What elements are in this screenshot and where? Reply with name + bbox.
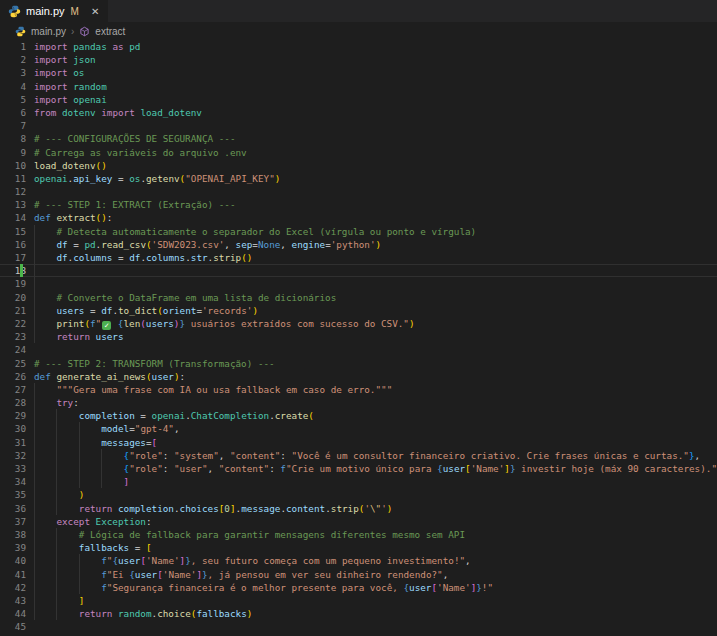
line-number[interactable]: 17	[0, 251, 26, 264]
line-number[interactable]: 27	[0, 383, 26, 396]
code-line[interactable]: 3import os	[0, 66, 717, 79]
code-line[interactable]: 33 {"role": "user", "content": f"Crie um…	[0, 462, 717, 475]
code-line[interactable]: 1import pandas as pd	[0, 40, 717, 53]
line-number[interactable]: 5	[0, 93, 26, 106]
code-line[interactable]: 34 ]	[0, 475, 717, 488]
indent-guide	[34, 264, 35, 277]
code-line[interactable]: 39 fallbacks = [	[0, 541, 717, 554]
line-number[interactable]: 9	[0, 146, 26, 159]
line-number[interactable]: 3	[0, 66, 26, 79]
line-number[interactable]: 10	[0, 159, 26, 172]
code-line[interactable]: 10load_dotenv()	[0, 159, 717, 172]
code-text: return completion.choices[0].message.con…	[34, 503, 392, 514]
line-number[interactable]: 23	[0, 330, 26, 343]
line-number[interactable]: 28	[0, 396, 26, 409]
code-line[interactable]: 15 # Detecta automaticamente o separador…	[0, 225, 717, 238]
line-number[interactable]: 8	[0, 132, 26, 145]
code-line[interactable]: 9# Carrega as variáveis do arquivo .env	[0, 146, 717, 159]
line-number[interactable]: 12	[0, 185, 26, 198]
code-line[interactable]: 20 # Converte o DataFrame em uma lista d…	[0, 291, 717, 304]
code-line[interactable]: 43 ]	[0, 594, 717, 607]
line-number[interactable]: 31	[0, 436, 26, 449]
code-line[interactable]: 4import random	[0, 80, 717, 93]
code-line[interactable]: 26def generate_ai_news(user):	[0, 370, 717, 383]
line-number[interactable]: 16	[0, 238, 26, 251]
code-line[interactable]: 40 f"{user['Name']}, seu futuro começa c…	[0, 554, 717, 567]
line-number[interactable]: 1	[0, 40, 26, 53]
breadcrumb-item-symbol[interactable]: extract	[95, 26, 125, 37]
line-number[interactable]: 22	[0, 317, 26, 330]
line-number[interactable]: 4	[0, 80, 26, 93]
code-line[interactable]: 32 {"role": "system", "content": "Você é…	[0, 449, 717, 462]
code-line[interactable]: 28 try:	[0, 396, 717, 409]
code-line[interactable]: 37 except Exception:	[0, 515, 717, 528]
line-number[interactable]: 34	[0, 475, 26, 488]
code-line[interactable]: 6from dotenv import load_dotenv	[0, 106, 717, 119]
code-line[interactable]: 12	[0, 185, 717, 198]
code-line[interactable]: 41 f"Ei {user['Name']}, já pensou em ver…	[0, 568, 717, 581]
code-line[interactable]: 24	[0, 343, 717, 356]
line-number[interactable]: 42	[0, 581, 26, 594]
code-line[interactable]: 7	[0, 119, 717, 132]
line-number[interactable]: 14	[0, 211, 26, 224]
close-icon[interactable]: ✕	[91, 6, 99, 17]
line-number[interactable]: 43	[0, 594, 26, 607]
line-number[interactable]: 44	[0, 607, 26, 620]
code-line[interactable]: 35 )	[0, 488, 717, 501]
code-line[interactable]: 27 """Gera uma frase com IA ou usa fallb…	[0, 383, 717, 396]
line-number[interactable]: 20	[0, 291, 26, 304]
code-text: )	[34, 489, 84, 500]
code-line[interactable]: 17 df.columns = df.columns.str.strip()	[0, 251, 717, 264]
line-number[interactable]: 26	[0, 370, 26, 383]
line-number[interactable]: 35	[0, 488, 26, 501]
code-line[interactable]: 2import json	[0, 53, 717, 66]
code-line[interactable]: 30 model="gpt-4",	[0, 422, 717, 435]
line-number[interactable]: 33	[0, 462, 26, 475]
line-number[interactable]: 15	[0, 225, 26, 238]
code-text: import json	[34, 54, 96, 65]
code-line[interactable]: 44 return random.choice(fallbacks)	[0, 607, 717, 620]
code-line[interactable]: 11openai.api_key = os.getenv("OPENAI_API…	[0, 172, 717, 185]
code-line[interactable]: 8# --- CONFIGURAÇÕES DE SEGURANÇA ---	[0, 132, 717, 145]
code-line[interactable]: 18	[0, 264, 717, 277]
line-number[interactable]: 6	[0, 106, 26, 119]
indent-guide	[34, 277, 35, 290]
line-number[interactable]: 19	[0, 277, 26, 290]
code-editor[interactable]: 1import pandas as pd2import json3import …	[0, 40, 717, 636]
line-number[interactable]: 29	[0, 409, 26, 422]
line-number[interactable]: 25	[0, 357, 26, 370]
line-number[interactable]: 7	[0, 119, 26, 132]
line-number[interactable]: 13	[0, 198, 26, 211]
code-line[interactable]: 22 print(f"✓ {len(users)} usuários extra…	[0, 317, 717, 330]
breadcrumb-item-file[interactable]: main.py	[31, 26, 66, 37]
code-text: # --- STEP 2: TRANSFORM (Transformação) …	[34, 358, 275, 369]
code-line[interactable]: 42 f"Segurança financeira é o melhor pre…	[0, 581, 717, 594]
code-line[interactable]: 36 return completion.choices[0].message.…	[0, 502, 717, 515]
tab-main-py[interactable]: main.py M ✕	[0, 0, 108, 22]
line-number[interactable]: 11	[0, 172, 26, 185]
line-number[interactable]: 41	[0, 568, 26, 581]
line-number[interactable]: 32	[0, 449, 26, 462]
code-line[interactable]: 14def extract():	[0, 211, 717, 224]
line-number[interactable]: 24	[0, 343, 26, 356]
code-line[interactable]: 31 messages=[	[0, 436, 717, 449]
line-number[interactable]: 38	[0, 528, 26, 541]
line-number[interactable]: 2	[0, 53, 26, 66]
code-line[interactable]: 25# --- STEP 2: TRANSFORM (Transformação…	[0, 357, 717, 370]
line-number[interactable]: 21	[0, 304, 26, 317]
code-line[interactable]: 23 return users	[0, 330, 717, 343]
code-line[interactable]: 21 users = df.to_dict(orient='records')	[0, 304, 717, 317]
code-line[interactable]: 29 completion = openai.ChatCompletion.cr…	[0, 409, 717, 422]
line-number[interactable]: 36	[0, 502, 26, 515]
code-line[interactable]: 19	[0, 277, 717, 290]
line-number[interactable]: 45	[0, 620, 26, 633]
code-line[interactable]: 5import openai	[0, 93, 717, 106]
code-line[interactable]: 16 df = pd.read_csv('SDW2023.csv', sep=N…	[0, 238, 717, 251]
line-number[interactable]: 37	[0, 515, 26, 528]
line-number[interactable]: 39	[0, 541, 26, 554]
code-line[interactable]: 13# --- STEP 1: EXTRACT (Extração) ---	[0, 198, 717, 211]
code-line[interactable]: 38 # Lógica de fallback para garantir me…	[0, 528, 717, 541]
line-number[interactable]: 40	[0, 554, 26, 567]
line-number[interactable]: 30	[0, 422, 26, 435]
code-line[interactable]: 45	[0, 620, 717, 633]
